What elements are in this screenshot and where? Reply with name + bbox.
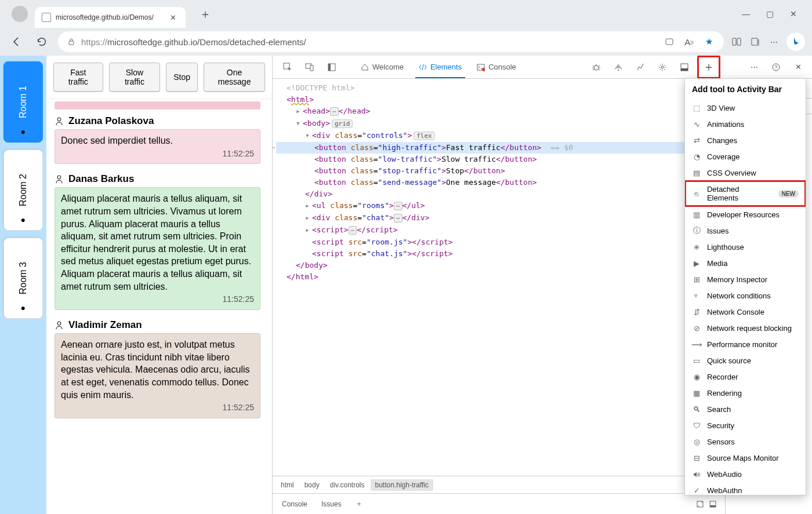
- popup-item-source-maps[interactable]: ⊟Source Maps Monitor: [685, 450, 806, 466]
- css-icon: ▤: [692, 168, 701, 177]
- popup-item-3d-view[interactable]: ⬚3D View: [685, 100, 806, 116]
- popup-item-sensors[interactable]: ◎Sensors: [685, 433, 806, 450]
- svg-rect-12: [328, 64, 331, 71]
- fast-traffic-button[interactable]: Fast traffic: [53, 63, 103, 92]
- welcome-tab[interactable]: Welcome: [354, 56, 411, 78]
- svg-point-7: [57, 322, 61, 325]
- popup-item-network-conditions[interactable]: ᯤNetwork conditions: [685, 287, 806, 304]
- split-screen-icon[interactable]: [731, 36, 742, 48]
- popup-item-animations[interactable]: ∿Animations: [685, 116, 806, 132]
- popup-item-search[interactable]: 🔍︎Search: [685, 401, 806, 417]
- sourcemap-icon: ⊟: [692, 453, 701, 462]
- add-tool-button[interactable]: ＋: [697, 56, 720, 79]
- performance-icon[interactable]: [631, 58, 650, 76]
- bug-icon[interactable]: [587, 58, 606, 76]
- room-2-button[interactable]: Room 2: [3, 150, 43, 231]
- dom-tree[interactable]: <!DOCTYPE html> <html> ▸<head>⋯</head> ▾…: [273, 79, 725, 476]
- drawer-dock-icon[interactable]: [709, 500, 717, 508]
- device-toggle-icon[interactable]: [299, 63, 320, 72]
- popup-item-coverage[interactable]: ◔Coverage: [685, 148, 806, 165]
- svg-rect-0: [69, 41, 74, 45]
- settings-more-icon[interactable]: ⋯: [768, 36, 780, 48]
- minimize-icon[interactable]: ―: [742, 9, 750, 19]
- crumb-html[interactable]: html: [276, 479, 299, 491]
- popup-item-webaudio[interactable]: 🔊︎WebAudio: [685, 466, 806, 482]
- close-icon[interactable]: ✕: [790, 9, 797, 19]
- help-icon[interactable]: ?: [767, 58, 785, 76]
- popup-item-lighthouse[interactable]: ⛯Lighthouse: [685, 239, 806, 255]
- popup-item-changes[interactable]: ⇄Changes: [685, 132, 806, 148]
- cube-icon: ⬚: [692, 103, 701, 112]
- close-devtools-icon[interactable]: ✕: [789, 58, 807, 76]
- room-1-button[interactable]: Room 1: [3, 61, 43, 143]
- popup-item-css-overview[interactable]: ▤CSS Overview: [685, 165, 806, 181]
- timestamp: 11:52:25: [61, 402, 254, 413]
- app-available-icon[interactable]: [664, 36, 675, 48]
- gear-icon[interactable]: [653, 58, 672, 76]
- more-icon[interactable]: ⋯: [745, 58, 763, 76]
- webpage: Room 1 Room 2 Room 3 Fast traffic Slow t…: [0, 56, 273, 514]
- timestamp: 11:52:25: [61, 148, 254, 159]
- slow-traffic-button[interactable]: Slow traffic: [109, 63, 161, 92]
- elements-icon: [419, 63, 427, 71]
- url-field[interactable]: https://microsoftedge.github.io/Demos/de…: [58, 31, 724, 52]
- popup-item-issues[interactable]: ⓘIssues: [685, 223, 806, 239]
- bing-icon[interactable]: [786, 32, 805, 51]
- popup-item-dev-resources[interactable]: ▥Developer Resources: [685, 206, 806, 223]
- back-button[interactable]: [7, 32, 26, 51]
- drawer-add-tab[interactable]: ＋: [350, 497, 368, 511]
- close-tab-icon[interactable]: ✕: [168, 12, 179, 23]
- svg-rect-4: [752, 38, 757, 45]
- partial-message: [55, 101, 260, 110]
- chat-list[interactable]: Zuzana Polaskova Donec sed imperdiet tel…: [46, 99, 272, 514]
- favorite-star-icon[interactable]: ★: [703, 36, 715, 48]
- crumb-button[interactable]: button.high-traffic: [371, 479, 434, 491]
- read-aloud-icon[interactable]: A)): [683, 36, 695, 48]
- animations-icon: ∿: [692, 119, 701, 129]
- detached-icon: ⎋: [692, 189, 701, 198]
- popup-item-nrb[interactable]: ⊘Network request blocking: [685, 320, 806, 336]
- one-message-button[interactable]: One message: [204, 63, 265, 92]
- collections-icon[interactable]: [749, 36, 761, 48]
- network-icon[interactable]: [609, 58, 628, 76]
- coverage-icon: ◔: [692, 152, 701, 161]
- drawer-expand-icon[interactable]: [696, 500, 704, 508]
- user-icon: [55, 174, 64, 184]
- sensors-icon: ◎: [692, 437, 701, 446]
- svg-text:?: ?: [774, 64, 777, 70]
- popup-item-rendering[interactable]: ▦Rendering: [685, 385, 806, 401]
- dock-icon[interactable]: [675, 58, 694, 76]
- refresh-button[interactable]: [32, 32, 51, 51]
- titlebar: microsoftedge.github.io/Demos/ ✕ ＋ ― ▢ ✕: [0, 0, 812, 28]
- elements-tab[interactable]: Elements: [412, 56, 469, 78]
- drawer-issues-tab[interactable]: Issues: [316, 498, 347, 511]
- user-icon: [55, 116, 64, 126]
- dock-side-icon[interactable]: [321, 63, 342, 72]
- stop-button[interactable]: Stop: [166, 63, 198, 92]
- new-tab-button[interactable]: ＋: [195, 4, 216, 24]
- maximize-icon[interactable]: ▢: [766, 9, 774, 19]
- issues-icon: ⓘ: [692, 226, 701, 235]
- site-info-icon[interactable]: [67, 38, 75, 46]
- popup-item-media[interactable]: ▶Media: [685, 255, 806, 271]
- popup-item-perf-monitor[interactable]: ⟿Performance monitor: [685, 336, 806, 352]
- crumb-body[interactable]: body: [300, 479, 324, 491]
- console-icon: [477, 63, 485, 71]
- console-tab[interactable]: Console: [470, 56, 523, 78]
- svg-rect-19: [681, 68, 688, 71]
- devtools: Welcome Elements Console ＋ ⋯ ? ✕: [273, 56, 812, 514]
- room-3-button[interactable]: Room 3: [3, 238, 43, 319]
- popup-item-detached-elements[interactable]: ⎋Detached ElementsNEW: [684, 180, 806, 207]
- popup-item-security[interactable]: 🛡︎Security: [685, 417, 806, 433]
- perf-icon: ⟿: [692, 340, 701, 349]
- popup-item-memory-inspector[interactable]: ⊞Memory Inspector: [685, 271, 806, 287]
- popup-item-webauthn[interactable]: ✓WebAuthn: [685, 482, 806, 495]
- crumb-controls[interactable]: div.controls: [325, 479, 369, 491]
- popup-item-recorder[interactable]: ◉Recorder: [685, 369, 806, 385]
- inspect-element-icon[interactable]: [277, 63, 298, 72]
- popup-item-network-console[interactable]: ⇵Network Console: [685, 304, 806, 320]
- profile-avatar[interactable]: [12, 6, 28, 22]
- browser-tab[interactable]: microsoftedge.github.io/Demos/ ✕: [35, 7, 186, 28]
- drawer-console-tab[interactable]: Console: [276, 498, 313, 511]
- popup-item-quick-source[interactable]: ▭Quick source: [685, 352, 806, 369]
